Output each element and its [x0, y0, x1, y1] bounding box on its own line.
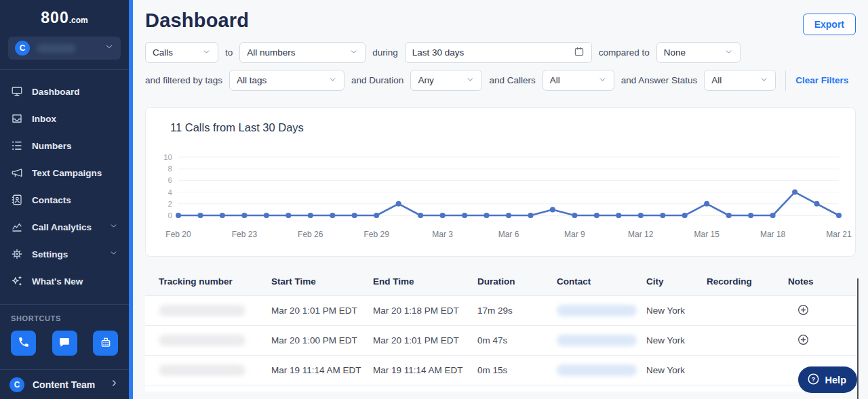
- sidebar-item-dashboard[interactable]: Dashboard: [0, 78, 129, 105]
- workspace-switcher[interactable]: C Content Team: [0, 369, 129, 399]
- contact-book-icon: [11, 194, 23, 206]
- add-note-button[interactable]: [797, 334, 809, 345]
- svg-text:10: 10: [163, 153, 172, 161]
- table-row: Mar 19 11:14 AM EDT Mar 19 11:14 AM EDT …: [145, 355, 856, 385]
- sidebar-item-whats-new[interactable]: What's New: [0, 268, 129, 295]
- account-name-redacted: [37, 44, 76, 53]
- calls-chart-card: 11 Calls from Last 30 Days 1086420Feb 20…: [145, 107, 856, 257]
- tags-label: and filtered by tags: [145, 75, 222, 85]
- logo-800-text: 800: [41, 9, 68, 26]
- sidebar-item-label: Settings: [32, 249, 68, 259]
- chevron-down-icon: [202, 47, 211, 58]
- chevron-down-icon: [109, 222, 118, 232]
- tags-value: All tags: [237, 75, 328, 85]
- col-notes: Notes: [788, 276, 856, 287]
- cell-start-time: Mar 20 1:00 PM EDT: [271, 335, 373, 345]
- answer-status-label: and Answer Status: [621, 75, 698, 85]
- answer-status-select[interactable]: All: [704, 70, 776, 91]
- analytics-chart-icon: [11, 221, 23, 233]
- contact-redacted: [557, 364, 637, 376]
- chat-shortcut-button[interactable]: [52, 331, 77, 356]
- col-duration: Duration: [477, 276, 557, 287]
- account-selector[interactable]: C: [8, 37, 121, 60]
- sidebar-item-numbers[interactable]: Numbers: [0, 132, 129, 159]
- export-button[interactable]: Export: [803, 14, 856, 35]
- cell-city: New York: [646, 306, 707, 316]
- sidebar-item-settings[interactable]: Settings: [0, 240, 129, 268]
- col-start-time: Start Time: [271, 276, 373, 287]
- fax-machine-icon: [100, 336, 112, 350]
- callers-value: All: [550, 75, 598, 85]
- sidebar-item-inbox[interactable]: Inbox: [0, 105, 129, 132]
- sidebar-item-contacts[interactable]: Contacts: [0, 186, 129, 213]
- sidebar-item-label: Dashboard: [32, 87, 80, 97]
- duration-label: and Duration: [351, 75, 403, 85]
- callers-select[interactable]: All: [542, 70, 614, 91]
- numbers-select[interactable]: All numbers: [239, 42, 366, 63]
- duration-select[interactable]: Any: [410, 70, 482, 91]
- tracking-number-redacted: [159, 305, 245, 316]
- chevron-down-icon: [349, 47, 358, 58]
- help-button[interactable]: ? Help: [798, 366, 857, 393]
- table-row: Mar 20 1:01 PM EDT Mar 20 1:18 PM EDT 17…: [145, 295, 856, 325]
- calendar-icon: [574, 46, 585, 59]
- sidebar-item-text-campaigns[interactable]: Text Campaigns: [0, 159, 129, 186]
- tags-select[interactable]: All tags: [229, 70, 344, 91]
- sidebar-item-label: Text Campaigns: [32, 168, 102, 178]
- svg-text:Feb 23: Feb 23: [232, 230, 258, 239]
- cell-duration: 0m 15s: [477, 365, 557, 375]
- chevron-down-icon: [466, 75, 475, 86]
- phone-shortcut-button[interactable]: [11, 331, 36, 356]
- col-end-time: End Time: [373, 276, 477, 287]
- add-note-button[interactable]: [797, 304, 809, 316]
- svg-text:Feb 20: Feb 20: [165, 230, 191, 239]
- svg-text:Feb 29: Feb 29: [364, 230, 390, 239]
- callers-label: and Callers: [489, 75, 535, 85]
- cell-end-time: Mar 19 11:14 AM EDT: [373, 365, 477, 375]
- help-label: Help: [825, 375, 846, 385]
- shortcuts-section: SHORTCUTS: [0, 305, 129, 356]
- chat-bubble-icon: [58, 336, 71, 350]
- cell-duration: 17m 29s: [477, 306, 557, 316]
- duration-value: Any: [418, 75, 466, 85]
- date-range-value: Last 30 days: [412, 47, 574, 58]
- chart-title: 11 Calls from Last 30 Days: [170, 121, 844, 134]
- svg-text:Mar 15: Mar 15: [694, 230, 720, 239]
- sidebar-item-call-analytics[interactable]: Call Analytics: [0, 213, 129, 240]
- compared-to-select[interactable]: None: [656, 42, 741, 63]
- call-type-select[interactable]: Calls: [145, 42, 218, 63]
- megaphone-icon: [11, 167, 23, 179]
- answer-status-value: All: [711, 75, 760, 85]
- main-content: Dashboard Export Calls to All numbers du…: [133, 0, 868, 399]
- table-row: Mar 20 1:00 PM EDT Mar 20 1:01 PM EDT 0m…: [145, 325, 856, 355]
- sparkles-icon: [11, 275, 23, 287]
- compared-to-value: None: [664, 47, 724, 58]
- question-circle-icon: ?: [807, 373, 820, 387]
- table-scrollbar[interactable]: [857, 278, 859, 399]
- chevron-down-icon: [104, 42, 114, 54]
- calls-table: Tracking number Start Time End Time Dura…: [145, 267, 856, 392]
- fax-shortcut-button[interactable]: [93, 331, 118, 356]
- tracking-number-redacted: [159, 335, 245, 346]
- to-label: to: [225, 47, 233, 58]
- table-header-row: Tracking number Start Time End Time Dura…: [145, 267, 856, 295]
- svg-text:Feb 26: Feb 26: [298, 230, 323, 239]
- sidebar: 800.com C Dashboard Inbox Numbers: [0, 0, 129, 399]
- list-icon: [11, 140, 23, 152]
- app-window: 800.com C Dashboard Inbox Numbers: [0, 0, 868, 399]
- shortcuts-heading: SHORTCUTS: [11, 314, 118, 322]
- phone-icon: [18, 336, 30, 350]
- cell-start-time: Mar 20 1:01 PM EDT: [271, 306, 373, 316]
- date-range-input[interactable]: Last 30 days: [405, 42, 592, 63]
- clear-filters-link[interactable]: Clear Filters: [795, 75, 848, 85]
- compared-to-label: compared to: [599, 47, 650, 58]
- chevron-down-icon: [109, 249, 118, 259]
- contact-redacted: [557, 335, 637, 346]
- numbers-value: All numbers: [247, 47, 349, 58]
- sidebar-item-label: Inbox: [32, 114, 56, 124]
- contact-redacted: [557, 305, 637, 316]
- sidebar-item-label: Contacts: [32, 195, 71, 205]
- col-contact: Contact: [557, 276, 646, 287]
- sidebar-nav: Dashboard Inbox Numbers Text Campaigns C…: [0, 70, 129, 295]
- svg-text:Mar 3: Mar 3: [432, 230, 453, 239]
